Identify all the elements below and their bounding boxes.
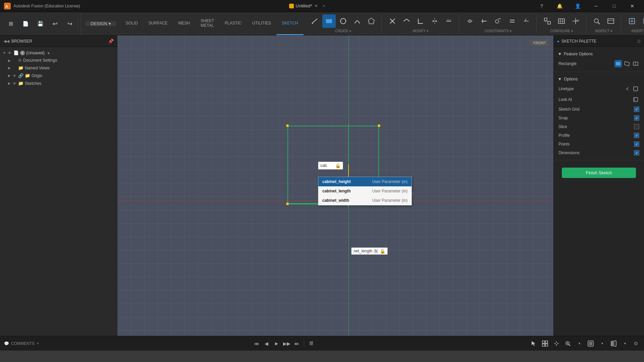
nav-prev-button[interactable]: ◀	[262, 339, 271, 348]
browser-item-sketches[interactable]: ▶ 👁 📁 Sketches	[0, 79, 117, 87]
close-button[interactable]: ✕	[625, 1, 640, 11]
profile-checkbox[interactable]: ✓	[634, 133, 639, 138]
minimize-button[interactable]: ─	[588, 1, 604, 11]
insert-btn2[interactable]	[639, 14, 644, 28]
view-dropdown-button[interactable]: ▾	[597, 339, 607, 348]
rect-type-3-button[interactable]	[632, 60, 639, 67]
canvas-area[interactable]: ↑ 🔒 cabinet_height User Parameter (in) c…	[117, 36, 553, 336]
new-button[interactable]: 📄	[19, 17, 32, 31]
help-icon[interactable]: ?	[534, 1, 549, 11]
snap-checkbox[interactable]: ✓	[634, 115, 639, 121]
notification-icon[interactable]: 🔔	[552, 1, 568, 11]
browser-item-origin[interactable]: ▶ 👁 🔗 📁 Origin	[0, 72, 117, 79]
line-tool-button[interactable]	[308, 14, 322, 28]
mirror-tool-button[interactable]	[428, 14, 441, 28]
display-mode-button[interactable]	[608, 339, 619, 348]
design-dropdown-button[interactable]: DESIGN ▾	[85, 21, 116, 26]
circle-tool-button[interactable]	[336, 14, 350, 28]
tab-plastic[interactable]: PLASTIC	[219, 12, 247, 35]
view-mode-button[interactable]	[586, 339, 596, 348]
offset-tool-button[interactable]	[442, 14, 455, 28]
linetype-box-button[interactable]	[632, 85, 639, 93]
autocomplete-item-1[interactable]: cabinet_length User Parameter (in)	[318, 186, 412, 196]
undo-button[interactable]: ↩	[48, 17, 62, 31]
expand-doc-settings-icon[interactable]: ▶	[8, 59, 11, 62]
linetype-arrow-button[interactable]	[623, 85, 631, 93]
slice-checkbox[interactable]	[634, 124, 639, 129]
insert-btn1[interactable]	[625, 14, 639, 28]
nav-first-button[interactable]: ⏮	[252, 339, 261, 348]
tab-utilities[interactable]: UTILITIES	[247, 12, 276, 35]
dimension-input[interactable]	[320, 163, 334, 168]
origin-folder-icon: 📁	[25, 73, 30, 78]
autocomplete-item-2[interactable]: cabinet_width User Parameter (in)	[318, 196, 412, 205]
fillet-tool-button[interactable]	[414, 14, 427, 28]
fx-button[interactable]: fx	[374, 249, 378, 253]
parallel-button[interactable]	[520, 14, 533, 28]
autocomplete-item-0[interactable]: cabinet_height User Parameter (in)	[318, 177, 412, 186]
nav-next-button[interactable]: ▶▶	[282, 339, 291, 348]
save-button[interactable]: 💾	[34, 17, 47, 31]
display-dropdown-button[interactable]: ▾	[620, 339, 630, 348]
visibility-sketches-icon[interactable]: 👁	[12, 81, 17, 86]
expand-icon[interactable]: ▼	[3, 51, 6, 55]
maximize-button[interactable]: □	[606, 1, 622, 11]
zoom-button[interactable]	[563, 339, 573, 348]
sketch-grid-checkbox[interactable]: ✓	[634, 107, 639, 112]
expand-named-views-icon[interactable]: ▶	[8, 66, 11, 70]
finish-sketch-button[interactable]: Finish Sketch	[562, 168, 636, 178]
expand-origin-icon[interactable]: ▶	[8, 74, 11, 77]
visibility-icon[interactable]: 👁	[7, 51, 12, 55]
tab-surface[interactable]: SURFACE	[143, 12, 173, 35]
nav-play-button[interactable]: ▶	[272, 339, 281, 348]
browser-pin-icon[interactable]: 📌	[108, 39, 114, 44]
options-header[interactable]: ▼ Options	[554, 75, 644, 83]
browser-item-doc-settings[interactable]: ▶ ⚙ Document Settings	[0, 57, 117, 64]
close-tab-icon[interactable]: ✕	[314, 3, 318, 8]
tangent-button[interactable]	[491, 14, 505, 28]
dimensions-checkbox[interactable]: ✓	[634, 150, 639, 156]
tab-mesh[interactable]: MESH	[173, 12, 196, 35]
tab-sheet-metal[interactable]: SHEET METAL	[195, 12, 219, 35]
redo-button[interactable]: ↪	[63, 17, 76, 31]
extend-tool-button[interactable]	[400, 14, 413, 28]
comments-section[interactable]: 💬 COMMENTS +	[4, 341, 39, 346]
grid-button[interactable]	[540, 339, 550, 348]
comments-add-icon[interactable]: +	[37, 341, 39, 346]
arc-tool-button[interactable]	[351, 14, 364, 28]
settings-gear-icon[interactable]: ⚙	[631, 339, 640, 348]
collinear-button[interactable]	[477, 14, 491, 28]
account-icon[interactable]: 👤	[570, 1, 586, 11]
pan-button[interactable]	[551, 339, 561, 348]
configure-btn1[interactable]	[541, 14, 554, 28]
visibility-origin-icon[interactable]: 👁	[12, 73, 17, 78]
zoom-dropdown-button[interactable]: ▾	[574, 339, 584, 348]
inspect-btn1[interactable]	[590, 14, 603, 28]
equal-button[interactable]	[505, 14, 519, 28]
inspect-btn2[interactable]	[604, 14, 618, 28]
nav-last-button[interactable]: ⏭	[292, 339, 301, 348]
back-icon[interactable]: ◀◀	[3, 39, 9, 44]
add-tab-icon[interactable]: +	[323, 3, 325, 8]
configure-btn3[interactable]: mm	[569, 14, 582, 28]
tab-sketch[interactable]: SKETCH	[276, 12, 304, 35]
titlebar-center: Untitled* ✕ +	[289, 3, 325, 8]
app-menu-button[interactable]: ⊞	[4, 17, 17, 31]
rectangle-tool-button[interactable]	[322, 14, 336, 28]
rect-type-2-button[interactable]	[623, 60, 631, 67]
coincident-button[interactable]	[463, 14, 477, 28]
polygon-tool-button[interactable]	[365, 14, 378, 28]
points-checkbox[interactable]: ✓	[634, 141, 639, 147]
expand-sketches-icon[interactable]: ▶	[8, 81, 11, 85]
trim-tool-button[interactable]	[386, 14, 399, 28]
look-at-button[interactable]	[632, 96, 639, 103]
feature-options-header[interactable]: ▼ Feature Options	[554, 50, 644, 58]
timeline-button[interactable]: 🎬	[307, 339, 316, 348]
cursor-mode-button[interactable]	[529, 339, 539, 348]
browser-item-named-views[interactable]: ▶ 📁 Named Views	[0, 64, 117, 72]
palette-expand-icon[interactable]: ⟩⟩	[637, 39, 641, 44]
configure-btn2[interactable]	[555, 14, 568, 28]
rect-type-1-button[interactable]	[614, 60, 622, 67]
browser-item-unsaved[interactable]: ▼ 👁 📄 ● (Unsaved) ●	[0, 49, 117, 57]
tab-solid[interactable]: SOLID	[120, 12, 143, 35]
